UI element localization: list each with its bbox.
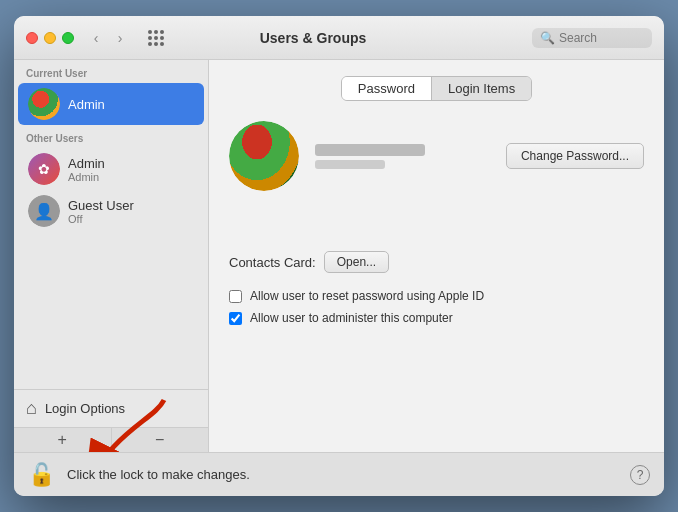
blurred-name-line2 bbox=[315, 160, 385, 169]
window-title: Users & Groups bbox=[94, 30, 532, 46]
bottom-bar: 🔓 Click the lock to make changes. ? bbox=[14, 452, 664, 496]
lock-icon[interactable]: 🔓 bbox=[28, 462, 55, 488]
traffic-lights bbox=[26, 32, 74, 44]
profile-avatar-img bbox=[229, 121, 299, 191]
other-user-item-1[interactable]: 👤 Guest User Off bbox=[18, 190, 204, 232]
other-user-role-0: Admin bbox=[68, 171, 105, 183]
tab-login-items[interactable]: Login Items bbox=[432, 77, 531, 100]
search-icon: 🔍 bbox=[540, 31, 555, 45]
checkbox-row-1: Allow user to reset password using Apple… bbox=[229, 289, 644, 303]
content-area: Password Login Items Change Password... … bbox=[209, 60, 664, 452]
user-name-display bbox=[315, 144, 490, 169]
titlebar: ‹ › Users & Groups 🔍 bbox=[14, 16, 664, 60]
sidebar: Current User Admin Other Users ✿ Admin A… bbox=[14, 60, 209, 452]
other-user-avatar-1: 👤 bbox=[28, 195, 60, 227]
other-users-section-label: Other Users bbox=[14, 125, 208, 148]
contacts-card-label: Contacts Card: bbox=[229, 255, 316, 270]
search-box[interactable]: 🔍 bbox=[532, 28, 652, 48]
other-user-avatar-0: ✿ bbox=[28, 153, 60, 185]
profile-avatar bbox=[229, 121, 299, 191]
home-icon: ⌂ bbox=[26, 398, 37, 419]
remove-user-button[interactable]: − bbox=[112, 428, 209, 452]
admin-avatar-img: ✿ bbox=[28, 153, 60, 185]
reset-password-label: Allow user to reset password using Apple… bbox=[250, 289, 484, 303]
tab-password[interactable]: Password bbox=[342, 77, 432, 100]
current-user-info: Admin bbox=[68, 97, 105, 112]
administer-computer-label: Allow user to administer this computer bbox=[250, 311, 453, 325]
other-user-role-1: Off bbox=[68, 213, 134, 225]
administer-computer-checkbox[interactable] bbox=[229, 312, 242, 325]
change-password-button[interactable]: Change Password... bbox=[506, 143, 644, 169]
login-options-label: Login Options bbox=[45, 401, 125, 416]
other-user-name-0: Admin bbox=[68, 156, 105, 171]
minimize-button[interactable] bbox=[44, 32, 56, 44]
checkbox-row-2: Allow user to administer this computer bbox=[229, 311, 644, 325]
other-user-info-0: Admin Admin bbox=[68, 156, 105, 183]
content-wrapper: Current User Admin Other Users ✿ Admin A… bbox=[14, 60, 664, 452]
parrot-avatar-img bbox=[28, 88, 60, 120]
current-user-section-label: Current User bbox=[14, 60, 208, 83]
close-button[interactable] bbox=[26, 32, 38, 44]
help-button[interactable]: ? bbox=[630, 465, 650, 485]
sidebar-spacer bbox=[14, 232, 208, 389]
maximize-button[interactable] bbox=[62, 32, 74, 44]
tab-group: Password Login Items bbox=[341, 76, 532, 101]
current-user-name: Admin bbox=[68, 97, 105, 112]
main-window: ‹ › Users & Groups 🔍 Current User Admin bbox=[14, 16, 664, 496]
current-user-avatar bbox=[28, 88, 60, 120]
contacts-row: Contacts Card: Open... bbox=[229, 251, 644, 273]
other-user-item-0[interactable]: ✿ Admin Admin bbox=[18, 148, 204, 190]
login-options-item[interactable]: ⌂ Login Options bbox=[14, 389, 208, 427]
tab-row: Password Login Items bbox=[229, 76, 644, 101]
lock-text: Click the lock to make changes. bbox=[67, 467, 250, 482]
guest-avatar-img: 👤 bbox=[28, 195, 60, 227]
blurred-name-line bbox=[315, 144, 425, 156]
reset-password-checkbox[interactable] bbox=[229, 290, 242, 303]
sidebar-actions: + − bbox=[14, 427, 208, 452]
user-profile-row: Change Password... bbox=[229, 121, 644, 191]
add-user-button[interactable]: + bbox=[14, 428, 112, 452]
other-user-name-1: Guest User bbox=[68, 198, 134, 213]
open-button[interactable]: Open... bbox=[324, 251, 389, 273]
other-user-info-1: Guest User Off bbox=[68, 198, 134, 225]
search-input[interactable] bbox=[559, 31, 649, 45]
current-user-item[interactable]: Admin bbox=[18, 83, 204, 125]
